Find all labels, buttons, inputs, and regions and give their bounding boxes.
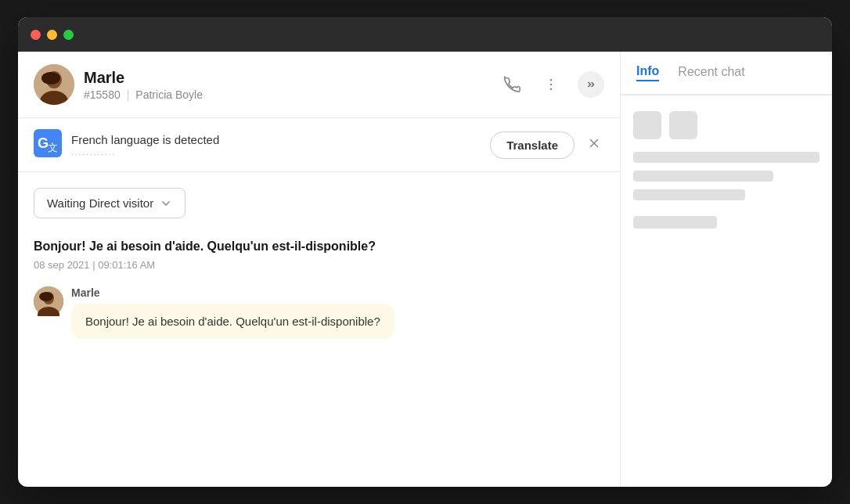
translation-close-button[interactable]: [584, 133, 604, 157]
visitor-message: Bonjour! Je ai besoin d'aide. Quelqu'un …: [34, 237, 604, 271]
tab-info[interactable]: Info: [636, 64, 659, 81]
visitor-message-time: 08 sep 2021 | 09:01:16 AM: [34, 259, 604, 271]
language-detected-text: French language is detected: [71, 133, 481, 146]
header-actions: [501, 71, 604, 98]
right-tabs: Info Recent chat: [621, 52, 832, 95]
chat-header: Marle #15580 | Patricia Boyle: [18, 52, 620, 118]
right-panel: Info Recent chat: [621, 52, 832, 487]
skeleton-line-2: [633, 171, 773, 182]
contact-name: Marle: [84, 68, 492, 87]
titlebar: [18, 17, 832, 52]
skeleton-line-1: [633, 152, 819, 163]
skeleton-row-1: [633, 111, 819, 139]
more-options-button[interactable]: [540, 74, 562, 95]
svg-point-4: [550, 79, 553, 81]
left-panel: Marle #15580 | Patricia Boyle: [18, 52, 621, 487]
skeleton-line-4: [633, 216, 717, 229]
phone-icon: [504, 76, 521, 93]
translation-text: French language is detected ............: [71, 133, 481, 157]
translate-button[interactable]: Translate: [490, 131, 574, 159]
avatar: [34, 64, 74, 105]
traffic-lights: [31, 30, 74, 40]
skeleton-line-3: [633, 189, 745, 200]
svg-point-6: [550, 88, 553, 91]
assigned-agent: Patricia Boyle: [135, 88, 203, 101]
skeleton-square-2: [669, 111, 697, 139]
close-traffic-light[interactable]: [31, 30, 41, 40]
ticket-id: #15580: [84, 88, 121, 101]
svg-point-3: [41, 72, 60, 85]
agent-message-content: Marle Bonjour! Je ai besoin d'aide. Quel…: [71, 286, 604, 339]
skeleton-square-1: [633, 111, 661, 139]
dropdown-arrow-icon: [160, 197, 172, 210]
agent-name: Marle: [71, 286, 604, 299]
app-window: Marle #15580 | Patricia Boyle: [18, 17, 832, 487]
agent-message: Marle Bonjour! Je ai besoin d'aide. Quel…: [34, 286, 604, 339]
minimize-traffic-light[interactable]: [47, 30, 57, 40]
svg-text:文: 文: [48, 142, 58, 153]
right-content: [621, 95, 832, 487]
chevrons-right-icon: [585, 79, 596, 90]
fullscreen-traffic-light[interactable]: [63, 30, 74, 40]
status-label: Waiting Direct visitor: [47, 196, 153, 210]
phone-button[interactable]: [501, 73, 524, 96]
skeleton-section-2: [633, 216, 819, 229]
skeleton-section-1: [633, 152, 819, 200]
chat-body: Waiting Direct visitor Bonjour! Je ai be…: [18, 172, 620, 487]
close-icon: [587, 136, 601, 150]
expand-button[interactable]: [578, 71, 604, 98]
status-dropdown[interactable]: Waiting Direct visitor: [34, 188, 185, 218]
header-divider: |: [127, 88, 130, 101]
translation-bar: G 文 French language is detected ........…: [18, 118, 620, 172]
google-translate-icon: G 文: [34, 129, 62, 160]
agent-avatar: [34, 286, 63, 316]
svg-point-15: [39, 292, 53, 301]
svg-text:G: G: [38, 135, 49, 151]
visitor-message-text: Bonjour! Je ai besoin d'aide. Quelqu'un …: [34, 237, 604, 256]
header-subtitle: #15580 | Patricia Boyle: [84, 88, 492, 101]
header-info: Marle #15580 | Patricia Boyle: [84, 68, 492, 101]
more-dots-icon: [543, 77, 559, 92]
agent-bubble: Bonjour! Je ai besoin d'aide. Quelqu'un …: [71, 304, 394, 339]
translation-dots: ............: [71, 148, 481, 157]
main-content: Marle #15580 | Patricia Boyle: [18, 52, 832, 487]
tab-recent-chat[interactable]: Recent chat: [678, 65, 744, 81]
svg-point-5: [550, 84, 553, 86]
